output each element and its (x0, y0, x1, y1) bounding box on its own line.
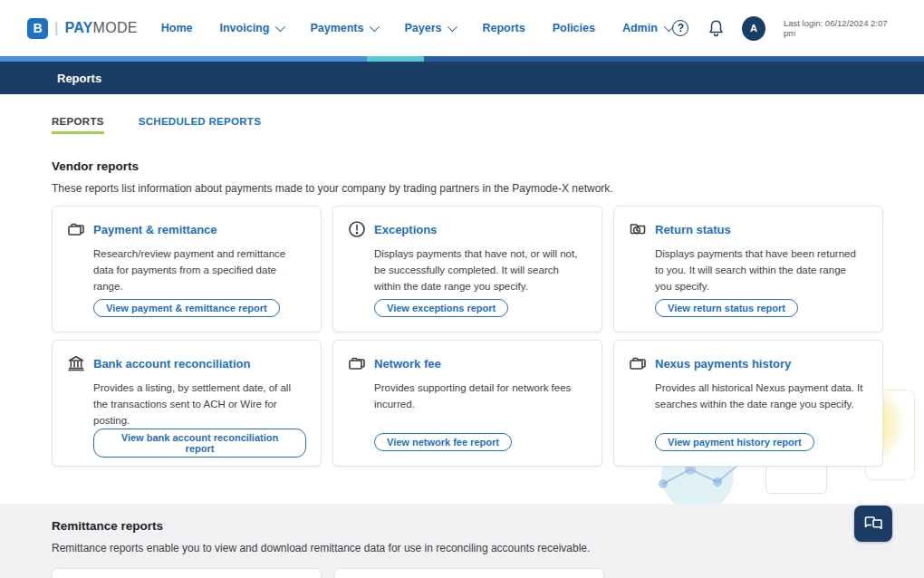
chevron-down-icon (448, 22, 457, 32)
page-title: Reports (57, 72, 101, 85)
nav-label: Invoicing (220, 22, 270, 34)
remittance-reports-section: Remittance reports Remittance reports en… (0, 504, 924, 578)
card-title: Bank account reconciliation (93, 357, 250, 371)
view-return-status-report-button[interactable]: View return status report (655, 299, 798, 317)
nav-item-payments[interactable]: Payments (310, 22, 377, 34)
card-title: Nexus payments history (655, 357, 791, 371)
nav-label: Admin (622, 22, 658, 34)
card-title: Exceptions (374, 223, 437, 236)
nav-label: Policies (553, 22, 595, 34)
card-header: Bank account reconciliation (67, 354, 306, 372)
chat-bubbles-icon (864, 515, 882, 532)
vendor-reports-description: These reports list information about pay… (52, 182, 924, 195)
card-description: Provides a listing, by settlement date, … (93, 381, 303, 429)
return-clock-icon (629, 220, 647, 238)
card-description: Displays payments that have been returne… (655, 246, 864, 294)
nav-item-invoicing[interactable]: Invoicing (220, 22, 284, 34)
tab-reports[interactable]: REPORTS (52, 116, 104, 134)
logo-pay: PAY (64, 20, 92, 35)
card-title: Return status (655, 223, 731, 236)
card-header: Nexus payments history (629, 354, 868, 372)
nav-label: Payers (404, 22, 441, 34)
bell-icon (707, 19, 725, 37)
remittance-report-cards (52, 568, 924, 578)
logo-mode: MODE (93, 20, 138, 35)
logo-wordmark: PAYMODE (64, 20, 137, 36)
help-button[interactable]: ? (671, 18, 690, 38)
view-payment-history-report-button[interactable]: View payment history report (655, 433, 814, 451)
card-title: Network fee (374, 357, 441, 371)
card-network-fee: Network fee Provides supporting detail f… (332, 340, 602, 467)
top-navbar: B | PAYMODE Home Invoicing Payments Paye… (0, 0, 924, 56)
nav-item-policies[interactable]: Policies (553, 22, 595, 34)
nav-item-admin[interactable]: Admin (622, 22, 671, 34)
remittance-reports-description: Remittance reports enable you to view an… (52, 542, 924, 554)
feedback-chat-button[interactable] (854, 506, 892, 542)
navbar-right: ? A Last login: 06/12/2024 2:07 pm (671, 16, 897, 41)
view-bank-account-reconciliation-report-button[interactable]: View bank account reconciliation report (93, 429, 306, 458)
folders-icon (67, 220, 85, 238)
view-payment-remittance-report-button[interactable]: View payment & remittance report (93, 299, 280, 317)
folders-icon (348, 354, 366, 372)
remittance-card-partial (52, 568, 322, 578)
report-tabs: REPORTS SCHEDULED REPORTS (0, 94, 924, 134)
view-exceptions-report-button[interactable]: View exceptions report (374, 299, 508, 317)
vendor-report-cards: Payment & remittance Research/review pay… (52, 206, 924, 467)
card-payment-remittance: Payment & remittance Research/review pay… (52, 206, 322, 332)
tab-scheduled-reports[interactable]: SCHEDULED REPORTS (139, 116, 261, 134)
last-login-text: Last login: 06/12/2024 2:07 pm (784, 18, 897, 38)
card-header: Payment & remittance (67, 220, 306, 238)
chevron-down-icon (275, 22, 285, 32)
remittance-reports-title: Remittance reports (52, 519, 924, 533)
card-description: Displays payments that have not, or will… (374, 246, 583, 294)
nav-label: Payments (310, 22, 363, 34)
remittance-card-partial (334, 568, 604, 578)
view-network-fee-report-button[interactable]: View network fee report (374, 433, 512, 451)
nav-item-home[interactable]: Home (161, 22, 193, 34)
bank-icon (67, 354, 85, 372)
card-header: Network fee (348, 354, 587, 372)
nav-label: Home (161, 22, 193, 34)
card-description: Provides all historical Nexus payment da… (655, 381, 864, 413)
card-exceptions: Exceptions Displays payments that have n… (332, 206, 602, 332)
help-icon: ? (672, 20, 688, 36)
exclamation-circle-icon (348, 220, 366, 238)
vendor-reports-section-header: Vendor reports These reports list inform… (0, 134, 924, 195)
nav-label: Reports (482, 22, 525, 34)
card-header: Exceptions (348, 220, 587, 238)
card-header: Return status (629, 220, 868, 238)
card-bank-account-reconciliation: Bank account reconciliation Provides a l… (52, 340, 322, 467)
card-nexus-payments-history: Nexus payments history Provides all hist… (613, 340, 883, 467)
nav-item-reports[interactable]: Reports (482, 22, 525, 34)
paymode-logo[interactable]: B | PAYMODE (27, 18, 138, 39)
logo-separator: | (54, 19, 58, 37)
notifications-button[interactable] (707, 18, 726, 38)
folders-icon (629, 354, 647, 372)
user-avatar[interactable]: A (742, 16, 765, 41)
remittance-section-header: Remittance reports Remittance reports en… (0, 504, 924, 554)
vendor-reports-title: Vendor reports (52, 159, 924, 173)
chevron-down-icon (370, 22, 380, 32)
nav-item-payers[interactable]: Payers (404, 22, 455, 34)
card-description: Provides supporting detail for network f… (374, 381, 583, 413)
card-description: Research/review payment and remittance d… (93, 246, 303, 294)
card-title: Payment & remittance (93, 223, 217, 236)
main-nav: Home Invoicing Payments Payers Reports P… (161, 22, 671, 34)
card-return-status: Return status Displays payments that hav… (613, 206, 883, 332)
paymode-b-mark-icon: B (27, 18, 48, 39)
page-title-bar: Reports (0, 62, 924, 94)
